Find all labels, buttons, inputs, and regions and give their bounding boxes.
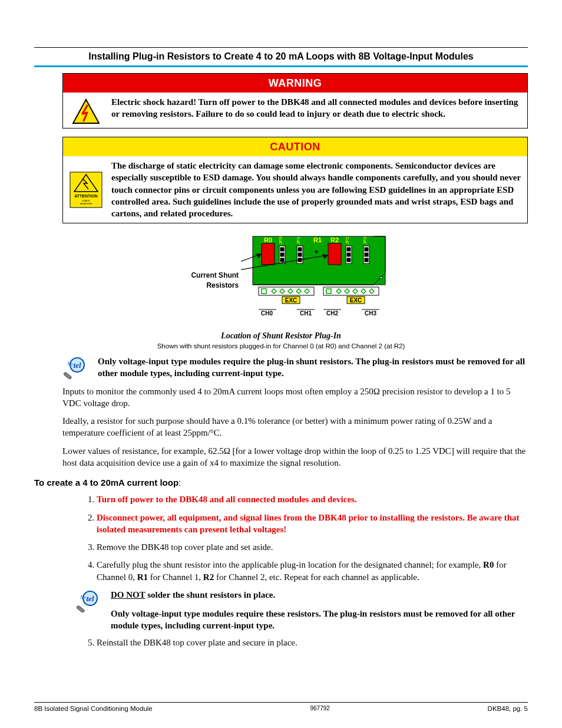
svg-text:CH0: CH0 bbox=[261, 310, 273, 317]
svg-rect-7 bbox=[262, 243, 275, 265]
svg-text:CH1: CH1 bbox=[300, 310, 312, 317]
svg-marker-0 bbox=[73, 100, 99, 123]
svg-rect-21 bbox=[347, 248, 351, 251]
figure-caption: Location of Shunt Resistor Plug-In bbox=[34, 331, 528, 342]
hazard-triangle-icon bbox=[69, 96, 103, 124]
body-para-1: Inputs to monitor the commonly used 4 to… bbox=[62, 386, 528, 410]
svg-rect-25 bbox=[365, 248, 368, 251]
procedure-steps: Turn off power to the DBK48 and all conn… bbox=[81, 493, 528, 583]
svg-text:JP3: JP3 bbox=[362, 236, 368, 245]
shunt-diagram: Current Shunt Resistors R0 R1 R2 bbox=[34, 230, 528, 351]
svg-text:CH2: CH2 bbox=[326, 310, 338, 317]
svg-point-28 bbox=[315, 251, 318, 253]
section-title: Installing Plug-in Resistors to Create 4… bbox=[34, 47, 528, 67]
svg-rect-27 bbox=[365, 258, 368, 262]
footer-right: DKB48, pg. 5 bbox=[488, 704, 528, 714]
svg-text:tel: tel bbox=[87, 594, 94, 603]
page-footer: 8B Isolated Signal Conditioning Module 9… bbox=[34, 702, 528, 714]
caution-box: CAUTION ATTENTION STATIC SENSITIVE The d… bbox=[62, 137, 528, 224]
svg-text:JP2: JP2 bbox=[345, 236, 350, 245]
svg-rect-26 bbox=[365, 253, 368, 256]
note-block-2: tel No DO NOT solder the shunt resistors… bbox=[75, 589, 528, 632]
note-text-1: Only voltage-input type modules require … bbox=[98, 355, 528, 380]
svg-rect-13 bbox=[280, 248, 284, 251]
step-2: Disconnect power, all equipment, and sig… bbox=[97, 512, 528, 536]
step-3: Remove the DBK48 top cover plate and set… bbox=[97, 541, 528, 553]
step-1: Turn off power to the DBK48 and all conn… bbox=[97, 493, 528, 505]
svg-rect-17 bbox=[298, 248, 302, 251]
svg-text:JP0: JP0 bbox=[278, 236, 283, 245]
warning-text: Electric shock hazard! Turn off power to… bbox=[111, 96, 521, 120]
svg-text:R1: R1 bbox=[313, 236, 322, 243]
svg-text:tel: tel bbox=[74, 361, 81, 370]
body-para-2: Ideally, a resistor for such purpose sho… bbox=[62, 415, 528, 439]
note-block-1: tel No Only voltage-input type modules r… bbox=[62, 355, 528, 380]
esd-attention-icon: ATTENTION STATIC SENSITIVE bbox=[69, 160, 103, 208]
shunt-pointer-label: Current Shunt Resistors bbox=[168, 271, 239, 289]
footer-mid: 967792 bbox=[310, 704, 329, 714]
svg-text:R0: R0 bbox=[264, 236, 272, 243]
svg-text:JP1: JP1 bbox=[296, 236, 301, 245]
svg-rect-15 bbox=[280, 258, 284, 262]
warning-head: WARNING bbox=[63, 74, 527, 93]
warning-box: WARNING Electric shock hazard! Turn off … bbox=[62, 73, 528, 129]
svg-text:EXC: EXC bbox=[285, 297, 297, 304]
svg-text:R2: R2 bbox=[330, 236, 339, 243]
caution-head: CAUTION bbox=[63, 137, 527, 156]
svg-rect-23 bbox=[347, 258, 351, 262]
svg-rect-8 bbox=[328, 243, 341, 265]
svg-text:CH3: CH3 bbox=[365, 310, 376, 317]
note-magnifier-icon: tel No bbox=[75, 589, 103, 632]
svg-text:EXC: EXC bbox=[350, 297, 362, 304]
svg-rect-35 bbox=[323, 287, 379, 295]
figure-subcaption: Shown with shunt resistors plugged-in fo… bbox=[34, 342, 528, 351]
svg-text:SENSITIVE: SENSITIVE bbox=[80, 202, 92, 205]
caution-text: The discharge of static electricity can … bbox=[111, 160, 521, 219]
svg-rect-14 bbox=[280, 253, 284, 256]
step-4: Carefully plug the shunt resistor into t… bbox=[97, 559, 528, 583]
footer-left: 8B Isolated Signal Conditioning Module bbox=[34, 704, 153, 714]
svg-rect-59 bbox=[77, 605, 85, 612]
svg-rect-34 bbox=[259, 287, 314, 295]
procedure-steps-cont: Reinstall the DBK48 top cover plate and … bbox=[81, 637, 528, 648]
step-5: Reinstall the DBK48 top cover plate and … bbox=[97, 637, 528, 648]
body-para-3: Lower values of resistance, for example,… bbox=[62, 445, 528, 469]
svg-point-29 bbox=[380, 276, 382, 279]
procedure-subhead: To create a 4 to 20mA current loop: bbox=[34, 477, 528, 489]
svg-rect-22 bbox=[347, 253, 351, 256]
note-magnifier-icon: tel No bbox=[62, 355, 90, 380]
svg-text:ATTENTION: ATTENTION bbox=[74, 194, 98, 198]
svg-text:No: No bbox=[80, 595, 85, 600]
svg-rect-55 bbox=[64, 372, 72, 379]
note-text-2: DO NOT solder the shunt resistors in pla… bbox=[111, 589, 528, 632]
svg-rect-18 bbox=[298, 253, 302, 256]
svg-text:No: No bbox=[67, 361, 72, 367]
